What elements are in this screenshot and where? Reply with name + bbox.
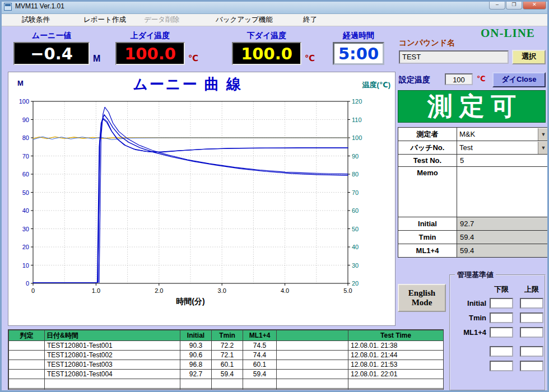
svg-text:80: 80 <box>352 171 359 178</box>
menu-item-2[interactable]: レポート作成 <box>80 13 129 26</box>
limit-row-label: Initial <box>450 299 488 307</box>
svg-text:4.0: 4.0 <box>281 287 289 294</box>
elapsed-time-display: 5:00 <box>333 42 384 65</box>
svg-text:30: 30 <box>22 226 29 232</box>
lower-die-temp-unit: ℃ <box>305 53 315 63</box>
svg-text:0: 0 <box>26 280 29 287</box>
lower-limit-header: 下限 <box>490 284 513 295</box>
english-mode-button[interactable]: English Mode <box>398 284 446 312</box>
initial-label: Initial <box>398 217 457 231</box>
memo-label: Memo <box>398 167 457 217</box>
results-row-2[interactable]: TEST120801-Test00290.672.174.412.08.01. … <box>9 351 444 360</box>
limit-row <box>450 346 545 357</box>
menu-item-1[interactable]: 試験条件 <box>18 13 53 26</box>
title-bar: MVM11 Ver.1.01 – ❐ ✕ <box>0 0 549 14</box>
results-cell: 96.8 <box>180 360 212 370</box>
batch-dropdown[interactable]: Test ▼ <box>457 141 549 155</box>
results-cell: 90.3 <box>180 341 212 351</box>
set-temp-label: 設定温度 <box>399 75 439 85</box>
results-cell: 72.2 <box>212 341 243 351</box>
operator-value: M&K <box>457 128 538 141</box>
svg-text:90: 90 <box>22 116 29 123</box>
svg-text:5.0: 5.0 <box>343 287 352 294</box>
results-cell: 92.7 <box>180 370 212 379</box>
limit-row-label: Tmin <box>450 314 488 322</box>
chevron-down-icon[interactable]: ▼ <box>538 128 548 141</box>
limit-lower-input[interactable] <box>490 312 513 323</box>
minimize-button[interactable]: – <box>489 0 505 10</box>
upper-die-temp-display: 100.0 <box>115 42 185 65</box>
svg-text:120: 120 <box>352 98 362 105</box>
svg-text:50: 50 <box>352 226 359 232</box>
svg-text:10: 10 <box>22 262 29 269</box>
results-header-4: Tmin <box>212 330 243 341</box>
compound-name-input[interactable]: TEST <box>399 50 509 64</box>
svg-text:90: 90 <box>352 153 359 160</box>
svg-text:3.0: 3.0 <box>218 287 226 294</box>
results-row-3[interactable]: TEST120801-Test00396.860.160.112.08.01. … <box>9 360 444 370</box>
batch-row: バッチNo. Test ▼ <box>398 141 549 155</box>
upper-die-temp-label: 上ダイ温度 <box>115 31 185 41</box>
tmin-value: 59.4 <box>457 231 549 244</box>
limit-upper-input[interactable] <box>520 361 543 371</box>
control-limits-panel: 管理基準値 下限 上限 InitialTminML1+4 <box>449 274 546 391</box>
die-close-button[interactable]: ダイClose <box>492 72 546 87</box>
limit-lower-input[interactable] <box>490 327 513 338</box>
menu-bar: 試験条件レポート作成データ削除バックアップ機能終了 <box>2 13 547 26</box>
memo-value[interactable] <box>457 167 549 217</box>
limit-upper-input[interactable] <box>520 298 543 309</box>
results-cell: 74.5 <box>243 341 277 351</box>
svg-text:0: 0 <box>31 287 35 294</box>
elapsed-time-label: 経過時間 <box>333 31 384 41</box>
results-cell: 60.1 <box>243 360 277 370</box>
results-cell <box>277 370 348 379</box>
svg-text:1.0: 1.0 <box>92 287 100 294</box>
mooney-curve-chart: 0102030405060708090100203040506070809010… <box>8 72 396 326</box>
app-icon <box>4 3 12 11</box>
lower-die-temp-label: 下ダイ温度 <box>232 31 301 41</box>
limit-lower-input[interactable] <box>490 361 513 371</box>
maximize-button[interactable]: ❐ <box>506 0 522 10</box>
limit-upper-input[interactable] <box>520 312 543 323</box>
limit-lower-input[interactable] <box>490 298 513 309</box>
upper-limit-header: 上限 <box>520 284 543 295</box>
set-temp-input[interactable]: 100 <box>445 73 473 85</box>
svg-text:100: 100 <box>352 134 362 141</box>
results-row-4[interactable]: TEST120801-Test00492.759.459.412.08.01. … <box>9 370 444 379</box>
results-cell <box>277 341 348 351</box>
svg-text:40: 40 <box>22 207 29 214</box>
results-cell <box>9 360 45 370</box>
compound-select-button[interactable]: 選択 <box>512 50 546 64</box>
series-run-test003 <box>99 107 348 282</box>
svg-text:80: 80 <box>22 134 29 141</box>
results-cell: 72.1 <box>212 351 243 360</box>
operator-dropdown[interactable]: M&K ▼ <box>457 128 549 141</box>
svg-text:110: 110 <box>352 116 362 123</box>
close-button[interactable]: ✕ <box>523 0 546 10</box>
results-row-empty <box>9 389 444 390</box>
svg-text:70: 70 <box>22 153 29 160</box>
results-cell <box>9 341 45 351</box>
limit-upper-input[interactable] <box>520 327 543 338</box>
limit-row: Tmin <box>450 312 545 323</box>
svg-text:50: 50 <box>22 189 29 196</box>
online-status: ON-LINE <box>481 26 535 40</box>
x-axis-title: 時間(分) <box>33 297 348 307</box>
results-header-6 <box>277 330 348 341</box>
results-cell: 60.1 <box>212 360 243 370</box>
series-run-test001 <box>97 119 348 283</box>
test-results-table-container[interactable]: 判定日付&時間InitialTminML1+4Test TimeTEST1208… <box>8 329 444 390</box>
menu-item-5[interactable]: 終了 <box>300 13 320 26</box>
results-header-3: Initial <box>180 330 212 341</box>
svg-text:20: 20 <box>352 280 359 287</box>
measurement-info-table: 測定者 M&K ▼ バッチNo. Test ▼ Test No. 5 Memo … <box>398 127 549 258</box>
results-cell: TEST120801-Test004 <box>45 370 180 379</box>
limit-upper-input[interactable] <box>520 346 543 357</box>
ml14-label: ML1+4 <box>398 244 457 258</box>
chevron-down-icon[interactable]: ▼ <box>538 142 548 154</box>
results-row-1[interactable]: TEST120801-Test00190.372.274.512.08.01. … <box>9 341 444 351</box>
initial-value: 92.7 <box>457 217 549 231</box>
menu-item-4[interactable]: バックアップ機能 <box>212 13 276 26</box>
chart-panel: ムーニー 曲 線 M 温度(℃) 01020304050607080901002… <box>8 72 396 326</box>
limit-lower-input[interactable] <box>490 346 513 357</box>
